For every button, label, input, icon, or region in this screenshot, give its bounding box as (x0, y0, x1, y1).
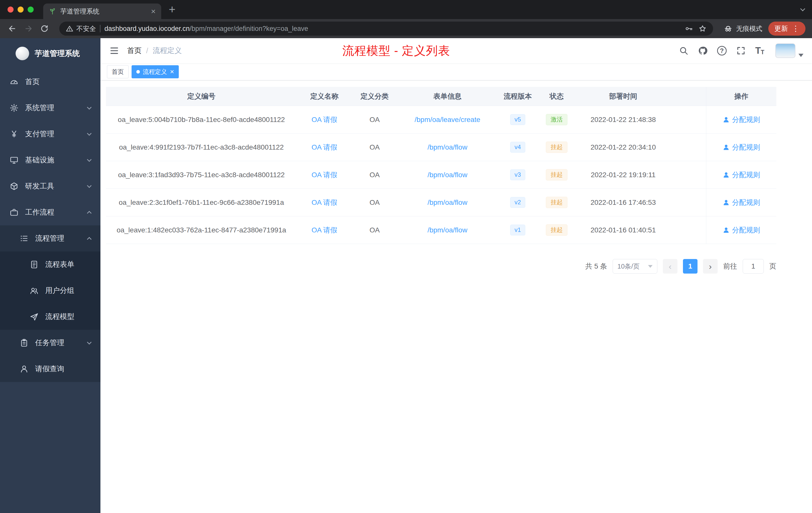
not-secure-warning-icon[interactable] (66, 25, 73, 32)
table-row: oa_leave:2:3c1f0ef1-76b1-11ec-9c66-a2380… (106, 189, 776, 216)
forward-icon[interactable] (23, 23, 34, 34)
sidebar-item-workflow[interactable]: 工作流程 (0, 199, 100, 225)
url-text[interactable]: dashboard.yudao.iocoder.cn/bpm/manager/d… (105, 25, 679, 33)
assign-rule-link[interactable]: 分配规则 (723, 115, 760, 124)
search-icon[interactable] (679, 46, 689, 56)
window-close-button[interactable] (7, 6, 13, 12)
goto-label: 前往 (723, 262, 737, 271)
page-size-select[interactable]: 10条/页 (613, 259, 657, 274)
password-key-icon[interactable] (685, 25, 693, 33)
prev-page-button[interactable]: ‹ (663, 259, 677, 274)
sidebar-item-process-management[interactable]: 流程管理 (0, 225, 100, 251)
sidebar-item-devtools[interactable]: 研发工具 (0, 173, 100, 199)
goto-page-input[interactable] (743, 259, 764, 274)
app: 芋道管理系统 首页 系统管理 支付管理 基础设施 (0, 38, 812, 513)
tag-close-icon[interactable]: × (170, 68, 174, 75)
sidebar-item-user-group[interactable]: 用户分组 (0, 278, 100, 304)
gear-icon (9, 103, 19, 113)
definition-name-link[interactable]: OA 请假 (312, 115, 338, 124)
user-menu[interactable] (775, 43, 804, 58)
window-zoom-button[interactable] (28, 6, 34, 12)
form-info-link[interactable]: /bpm/oa/leave/create (414, 116, 480, 124)
sidebar: 芋道管理系统 首页 系统管理 支付管理 基础设施 (0, 38, 100, 513)
page-content: 定义编号 定义名称 定义分类 表单信息 流程版本 状态 部署时间 操作 oa_l… (100, 80, 812, 513)
assign-rule-link[interactable]: 分配规则 (723, 198, 760, 207)
help-icon[interactable]: ? (717, 46, 727, 56)
definition-name-link[interactable]: OA 请假 (312, 170, 338, 180)
chevron-down-icon (87, 340, 91, 344)
form-info-link[interactable]: /bpm/oa/flow (428, 199, 467, 207)
form-info-link[interactable]: /bpm/oa/flow (428, 171, 467, 179)
incognito-icon (724, 24, 733, 33)
hamburger-icon[interactable] (109, 46, 119, 56)
table-row: oa_leave:1:482ec033-762a-11ec-8477-a2380… (106, 216, 776, 244)
url-bar[interactable]: 不安全 dashboard.yudao.iocoder.cn/bpm/manag… (59, 22, 713, 36)
brand-logo (16, 47, 29, 60)
browser-menu-icon[interactable]: ⋮ (792, 25, 800, 32)
cell-category: OA (352, 161, 397, 188)
next-page-button[interactable]: › (703, 259, 718, 274)
person-icon (20, 364, 29, 373)
tab-search-chevron-icon[interactable] (800, 6, 805, 11)
page-number-button[interactable]: 1 (683, 259, 697, 274)
briefcase-icon (9, 208, 19, 217)
bookmark-star-icon[interactable] (698, 25, 706, 33)
assign-rule-link[interactable]: 分配规则 (723, 143, 760, 152)
monitor-icon (9, 156, 19, 164)
back-icon[interactable] (6, 23, 18, 34)
pagination: 共 5 条 10条/页 ‹ 1 › 前往 页 (106, 259, 776, 274)
document-icon (30, 260, 39, 269)
definition-name-link[interactable]: OA 请假 (312, 143, 338, 152)
sidebar-item-leave-query[interactable]: 请假查询 (0, 356, 100, 382)
chevron-down-icon (87, 131, 91, 135)
chevron-up-icon (87, 211, 91, 215)
breadcrumb-separator: / (146, 47, 148, 55)
form-info-link[interactable]: /bpm/oa/flow (428, 226, 467, 234)
version-tag: v2 (510, 197, 525, 208)
sidebar-item-system[interactable]: 系统管理 (0, 95, 100, 121)
sidebar-item-home[interactable]: 首页 (0, 69, 100, 95)
tag-home[interactable]: 首页 (107, 65, 128, 78)
fullscreen-icon[interactable] (736, 46, 746, 56)
tab-title: 芋道管理系统 (60, 7, 147, 16)
chrome-update-button[interactable]: 更新 ⋮ (768, 22, 806, 36)
sidebar-item-payment[interactable]: 支付管理 (0, 121, 100, 147)
tags-view-bar: 首页 流程定义 × (100, 63, 812, 80)
not-secure-label[interactable]: 不安全 (76, 24, 96, 33)
cell-definition-id: oa_leave:1:482ec033-762a-11ec-8477-a2380… (106, 216, 297, 244)
definition-name-link[interactable]: OA 请假 (312, 198, 338, 207)
cell-category: OA (352, 189, 397, 216)
form-info-link[interactable]: /bpm/oa/flow (428, 143, 467, 151)
yen-icon (9, 129, 19, 139)
active-tag-dot (136, 70, 140, 73)
sidebar-brand: 芋道管理系统 (0, 38, 100, 69)
person-icon (723, 144, 730, 151)
col-deploy-time: 部署时间 (576, 87, 671, 105)
col-actions: 操作 (706, 87, 776, 105)
cell-definition-id: oa_leave:4:991f2193-7b7f-11ec-a3c8-acde4… (106, 133, 297, 161)
status-badge: 挂起 (546, 169, 568, 180)
font-size-icon[interactable]: TT (755, 46, 764, 55)
workflow-submenu: 流程管理 流程表单 用户分组 流程模型 (0, 225, 100, 382)
cell-category: OA (352, 133, 397, 161)
definition-name-link[interactable]: OA 请假 (312, 225, 338, 235)
avatar[interactable] (775, 43, 795, 58)
tab-favicon-icon (49, 7, 56, 15)
tag-process-definition[interactable]: 流程定义 × (132, 65, 179, 78)
breadcrumb-home[interactable]: 首页 (127, 46, 142, 56)
sidebar-item-task-management[interactable]: 任务管理 (0, 330, 100, 356)
github-icon[interactable] (698, 46, 707, 56)
new-tab-button[interactable]: + (169, 1, 175, 17)
table-row: oa_leave:5:004b710b-7b8a-11ec-8ef0-acde4… (106, 106, 776, 133)
sidebar-item-infra[interactable]: 基础设施 (0, 147, 100, 173)
browser-tab[interactable]: 芋道管理系统 × (43, 3, 161, 19)
assign-rule-link[interactable]: 分配规则 (723, 225, 760, 235)
assign-rule-link[interactable]: 分配规则 (723, 170, 760, 180)
cell-definition-id: oa_leave:5:004b710b-7b8a-11ec-8ef0-acde4… (106, 106, 297, 133)
tab-close-icon[interactable]: × (151, 7, 156, 15)
reload-icon[interactable] (39, 23, 50, 34)
sidebar-item-process-form[interactable]: 流程表单 (0, 251, 100, 278)
caret-down-icon (648, 265, 652, 268)
sidebar-item-process-model[interactable]: 流程模型 (0, 304, 100, 330)
window-minimize-button[interactable] (18, 6, 24, 12)
